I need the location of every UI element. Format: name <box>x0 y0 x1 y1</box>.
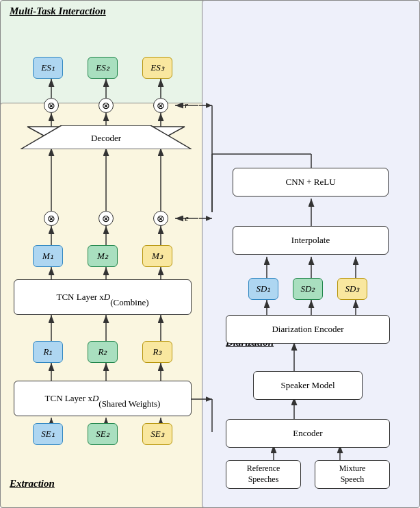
mixture-speech-node: MixtureSpeech <box>315 460 390 489</box>
otimes-2a: ⊗ <box>44 211 59 226</box>
tcn-shared-node: TCN Layer x D(Shared Weights) <box>14 381 192 416</box>
sd1-box: SD₁ <box>248 278 278 300</box>
r1-box: R₁ <box>33 341 63 363</box>
sd3-box: SD₃ <box>337 278 367 300</box>
se1-box: SE₁ <box>33 423 63 445</box>
otimes-1a: ⊗ <box>44 98 59 113</box>
m3-box: M₃ <box>142 245 172 267</box>
m2-box: M₂ <box>88 245 118 267</box>
es3-box: ES₃ <box>142 57 172 79</box>
r-label: r <box>185 100 188 111</box>
m1-box: M₁ <box>33 245 63 267</box>
ref-speeches-node: ReferenceSpeeches <box>226 460 301 489</box>
es2-box: ES₂ <box>88 57 118 79</box>
se3-box: SE₃ <box>142 423 172 445</box>
extraction-label: Extraction <box>10 478 55 490</box>
e-label: e <box>185 213 189 224</box>
r3-box: R₃ <box>142 341 172 363</box>
decoder-trap: Decoder <box>21 125 192 149</box>
otimes-2c: ⊗ <box>153 211 168 226</box>
sd2-box: SD₂ <box>293 278 323 300</box>
tcn-combine-node: TCN Layer x D(Combine) <box>14 279 192 315</box>
otimes-2b: ⊗ <box>99 211 114 226</box>
encoder-node: Encoder <box>226 419 390 448</box>
r2-box: R₂ <box>88 341 118 363</box>
multi-task-label: Multi-Task Interaction <box>10 5 106 17</box>
speaker-model-node: Speaker Model <box>253 371 363 400</box>
se2-box: SE₂ <box>88 423 118 445</box>
otimes-1c: ⊗ <box>153 98 168 113</box>
es1-box: ES₁ <box>33 57 63 79</box>
diar-encoder-node: Diarization Encoder <box>226 315 390 344</box>
otimes-1b: ⊗ <box>99 98 114 113</box>
interpolate-node: Interpolate <box>233 226 389 255</box>
svg-text:Decoder: Decoder <box>91 133 122 143</box>
cnn-relu-node: CNN + ReLU <box>233 168 389 196</box>
